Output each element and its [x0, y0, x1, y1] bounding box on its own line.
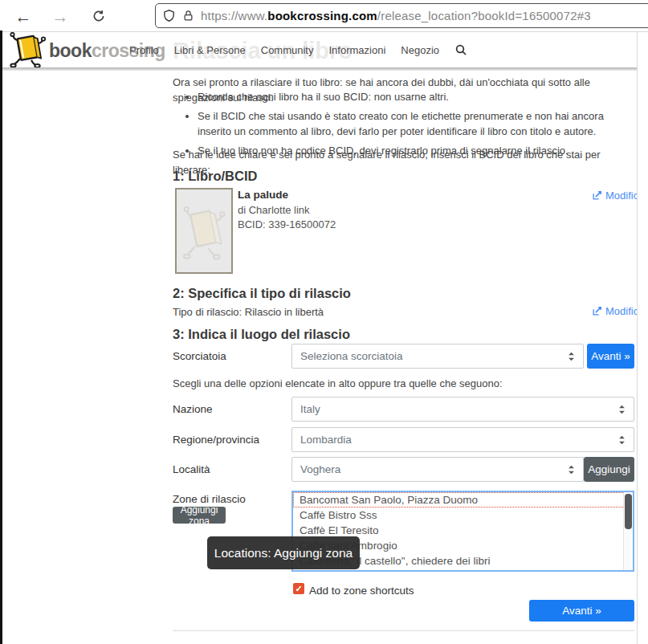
region-select-value: Lombardia: [300, 434, 618, 446]
city-select[interactable]: Voghera: [291, 457, 584, 482]
nav-item-libri-e-persone[interactable]: Libri & Persone: [174, 44, 246, 56]
browser-toolbar: ← → https://www.bookcrossing.com/release…: [0, 0, 648, 32]
city-select-value: Voghera: [300, 463, 568, 475]
url-bar[interactable]: https://www.bookcrossing.com/release_loc…: [155, 3, 648, 28]
select-arrows-icon: [568, 352, 575, 361]
select-arrows-icon: [618, 435, 626, 445]
region-label: Regione/provincia: [173, 434, 259, 446]
footer-divider: [173, 630, 634, 631]
nation-select-value: Italy: [300, 403, 618, 415]
nav-item-profilo[interactable]: Profilo: [129, 44, 159, 56]
logo-text-book: book: [49, 40, 92, 61]
page-scrollbar[interactable]: [637, 32, 648, 644]
browser-window: ← → https://www.bookcrossing.com/release…: [0, 0, 648, 644]
nation-label: Nazione: [173, 403, 213, 415]
add-to-zone-shortcuts-checkbox[interactable]: ✓: [293, 583, 304, 594]
window-left-border: [0, 31, 2, 644]
zone-option-selected[interactable]: Bancomat San Paolo, Piazza Duomo: [293, 492, 633, 507]
header-divider: [2, 67, 637, 71]
book-bcid: BCID: 339-16500072: [238, 218, 336, 230]
release-type-text: Tipo di rilascio: Rilascio in libertà: [173, 305, 324, 320]
url-text: https://www.bookcrossing.com/release_loc…: [201, 9, 591, 22]
shield-icon[interactable]: [162, 9, 176, 22]
reload-icon[interactable]: [88, 6, 109, 26]
step2-heading: 2: Specifica il tipo di rilascio: [173, 286, 351, 301]
listbox-scrollbar-thumb[interactable]: [625, 494, 632, 529]
edit-icon: [592, 306, 602, 316]
step1-heading: 1: Libro/BCID: [173, 169, 257, 184]
region-select[interactable]: Lombardia: [291, 427, 634, 452]
bookcrossing-logo-icon: [9, 32, 49, 69]
add-to-zone-shortcuts-label[interactable]: Add to zone shortcuts: [309, 583, 414, 599]
bullet-item: Ricorda che ogni libro ha il suo BCID: n…: [198, 90, 640, 105]
add-zone-button[interactable]: Aggiungi zona: [173, 507, 226, 524]
shortcut-select[interactable]: Seleziona scorciatoia: [291, 344, 584, 369]
search-icon[interactable]: [454, 43, 467, 56]
shortcut-label: Scorciatoia: [173, 350, 226, 362]
forward-icon[interactable]: →: [50, 6, 71, 26]
select-arrows-icon: [568, 465, 575, 475]
add-city-button[interactable]: Aggiungi: [584, 457, 634, 482]
choose-hint: Scegli una delle opzioni elencate in alt…: [173, 377, 638, 392]
book-author: di Charlotte link: [238, 204, 310, 216]
shortcut-select-value: Seleziona scorciatoia: [300, 350, 568, 362]
bullet-item: Se il BCID che stai usando è stato creat…: [198, 109, 640, 140]
submit-next-button[interactable]: Avanti »: [529, 600, 634, 622]
nation-select[interactable]: Italy: [291, 397, 634, 422]
zone-option[interactable]: Caffè Bistro Sss: [293, 507, 633, 523]
listbox-scrollbar[interactable]: [623, 492, 633, 570]
select-arrows-icon: [618, 405, 626, 414]
step3-heading: 3: Indica il luogo del rilascio: [173, 327, 350, 342]
site-header: Rilascia un libro: [2, 32, 637, 67]
shortcut-next-button[interactable]: Avanti »: [587, 344, 634, 369]
locations-tooltip: Locations: Aggiungi zona: [207, 536, 360, 569]
lock-icon[interactable]: [182, 9, 194, 22]
nav-item-community[interactable]: Community: [261, 44, 314, 56]
main-nav: Profilo Libri & Persone Community Inform…: [129, 32, 467, 67]
book-cover-placeholder: [175, 188, 233, 274]
city-label: Località: [173, 463, 210, 475]
back-icon[interactable]: ←: [13, 6, 34, 26]
book-title: La palude: [238, 189, 288, 201]
edit-icon: [592, 190, 602, 201]
nav-item-negozio[interactable]: Negozio: [401, 44, 439, 56]
nav-item-informazioni[interactable]: Informazioni: [329, 44, 386, 56]
